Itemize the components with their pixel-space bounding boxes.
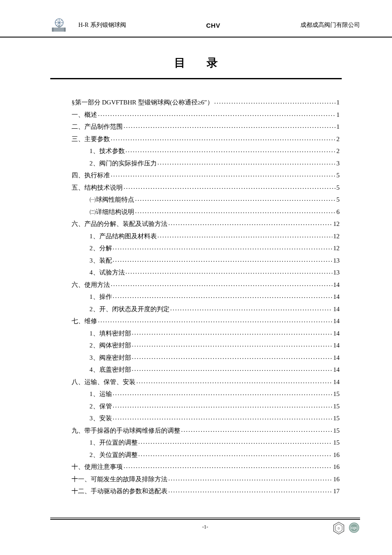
dnv-cert-icon: D bbox=[333, 522, 345, 535]
toc-label: 六、产品的分解、装配及试验方法 bbox=[72, 218, 167, 230]
toc-leader-dots bbox=[111, 132, 336, 145]
toc-entry: 2、保管15 bbox=[89, 400, 340, 413]
toc-entry: 一、概述1 bbox=[72, 109, 340, 121]
toc-page-number: 16 bbox=[333, 449, 340, 461]
toc-leader-dots bbox=[124, 460, 332, 472]
toc-page-number: 1 bbox=[337, 121, 340, 133]
toc-label: 3、装配 bbox=[89, 254, 112, 267]
toc-leader-dots bbox=[132, 351, 333, 363]
toc-entry: 1、技术参数2 bbox=[89, 145, 340, 157]
toc-entry: 2、关位置的调整16 bbox=[89, 449, 340, 461]
toc-leader-dots bbox=[168, 472, 332, 485]
toc-label: 2、阀体密封部 bbox=[89, 339, 131, 352]
toc-page-number: 5 bbox=[337, 169, 340, 182]
toc-leader-dots bbox=[126, 144, 336, 156]
product-line: H-R 系列锻钢球阀 bbox=[78, 21, 126, 29]
page-footer: -1- bbox=[50, 517, 360, 530]
toc-entry: ㈡详细结构说明6 bbox=[89, 206, 340, 218]
valve-handwheel-icon bbox=[50, 17, 66, 33]
toc-label: 4、试验方法 bbox=[89, 266, 125, 279]
toc-label: 七、维修 bbox=[72, 315, 97, 327]
toc-page-number: 14 bbox=[333, 364, 340, 376]
toc-leader-dots bbox=[113, 290, 333, 302]
toc-leader-dots bbox=[111, 168, 336, 181]
svg-rect-6 bbox=[52, 28, 54, 32]
toc-label: 1、运输 bbox=[89, 388, 112, 400]
toc-page-number: 5 bbox=[337, 194, 340, 206]
toc-page-number: 15 bbox=[333, 400, 340, 413]
toc-label: 十二、手动驱动器的参数和选配表 bbox=[72, 485, 167, 497]
toc-label: 四、执行标准 bbox=[72, 169, 110, 182]
certification-logos: D CQC bbox=[333, 522, 360, 535]
toc-entry: 2、阀体密封部14 bbox=[89, 339, 340, 352]
header-rule bbox=[50, 37, 360, 38]
toc-leader-dots bbox=[126, 266, 333, 278]
toc-entry: 1、运输15 bbox=[89, 388, 340, 400]
toc-label: 1、开位置的调整 bbox=[89, 436, 138, 449]
toc-leader-dots bbox=[168, 484, 332, 497]
toc-label: 十、使用注意事项 bbox=[72, 461, 123, 473]
toc-leader-dots bbox=[113, 411, 333, 424]
toc-leader-dots bbox=[181, 424, 332, 436]
toc-leader-dots bbox=[124, 181, 336, 193]
toc-leader-dots bbox=[124, 120, 336, 132]
toc-entry: 九、带手操器的手动球阀维修后的调整15 bbox=[72, 425, 340, 437]
toc-page-number: 12 bbox=[333, 230, 340, 243]
toc-label: 2、分解 bbox=[89, 242, 112, 254]
toc-entry: 八、运输、保管、安装14 bbox=[72, 376, 340, 388]
toc-page-number: 15 bbox=[333, 388, 340, 400]
toc-entry: 七、维修14 bbox=[72, 315, 340, 327]
toc-page-number: 15 bbox=[333, 425, 340, 437]
toc-leader-dots bbox=[138, 436, 333, 448]
toc-label: 3、阀座密封部 bbox=[89, 352, 131, 364]
toc-leader-dots bbox=[98, 108, 336, 120]
toc-label: 1、操作 bbox=[89, 291, 112, 303]
svg-rect-7 bbox=[64, 28, 66, 32]
toc-entry: 1、填料密封部14 bbox=[89, 327, 340, 340]
table-of-contents: §第一部分 DGVFTBHR 型锻钢球阀(公称通径≥6″）1一、概述1二、产品制… bbox=[0, 79, 392, 497]
toc-leader-dots bbox=[170, 302, 333, 315]
cqc-cert-icon: CQC bbox=[348, 522, 360, 535]
toc-label: 2、开、闭状态及开度的判定 bbox=[89, 303, 170, 315]
toc-entry: 六、产品的分解、装配及试验方法12 bbox=[72, 218, 340, 230]
toc-leader-dots bbox=[135, 193, 336, 205]
toc-leader-dots bbox=[113, 399, 333, 412]
toc-page-number: 6 bbox=[337, 206, 340, 218]
toc-page-number: 3 bbox=[337, 157, 340, 170]
toc-label: 1、技术参数 bbox=[89, 145, 125, 157]
toc-entry: 四、执行标准5 bbox=[72, 169, 340, 182]
toc-entry: 2、开、闭状态及开度的判定14 bbox=[89, 303, 340, 315]
toc-leader-dots bbox=[111, 278, 332, 290]
toc-leader-dots bbox=[132, 327, 333, 339]
toc-label: 八、运输、保管、安装 bbox=[72, 376, 135, 388]
toc-page-number: 2 bbox=[337, 145, 340, 157]
toc-page-number: 16 bbox=[333, 461, 340, 473]
toc-page-number: 2 bbox=[337, 133, 340, 145]
toc-entry: 1、操作14 bbox=[89, 291, 340, 303]
footer-rule-thick: -1- bbox=[50, 519, 360, 530]
toc-entry: 十、使用注意事项16 bbox=[72, 461, 340, 473]
toc-entry: 4、底盖密封部14 bbox=[89, 364, 340, 376]
toc-page-number: 15 bbox=[333, 412, 340, 425]
toc-page-number: 12 bbox=[333, 242, 340, 254]
toc-leader-dots bbox=[113, 241, 333, 254]
page-header: H-R 系列锻钢球阀 CHV 成都成高阀门有限公司 bbox=[0, 0, 392, 38]
toc-label: 三、主要参数 bbox=[72, 133, 110, 145]
toc-label: 3、安装 bbox=[89, 412, 112, 425]
svg-rect-8 bbox=[58, 25, 61, 29]
toc-entry: 3、装配13 bbox=[89, 254, 340, 267]
toc-entry: 3、安装15 bbox=[89, 412, 340, 425]
toc-leader-dots bbox=[158, 156, 336, 169]
toc-label: 1、填料密封部 bbox=[89, 327, 131, 340]
toc-label: ㈠球阀性能特点 bbox=[89, 194, 134, 206]
toc-page-number: 1 bbox=[337, 96, 340, 109]
toc-leader-dots bbox=[168, 217, 332, 229]
toc-entry: 五、结构技术说明5 bbox=[72, 182, 340, 194]
toc-page-number: 14 bbox=[333, 291, 340, 303]
toc-page-number: 14 bbox=[333, 303, 340, 315]
toc-leader-dots bbox=[138, 448, 333, 460]
toc-label: 2、阀门的实际操作压力 bbox=[89, 157, 157, 170]
header-left: H-R 系列锻钢球阀 bbox=[50, 17, 126, 33]
toc-entry: 十一、可能发生的故障及排除方法16 bbox=[72, 473, 340, 486]
toc-page-number: 16 bbox=[333, 473, 340, 486]
